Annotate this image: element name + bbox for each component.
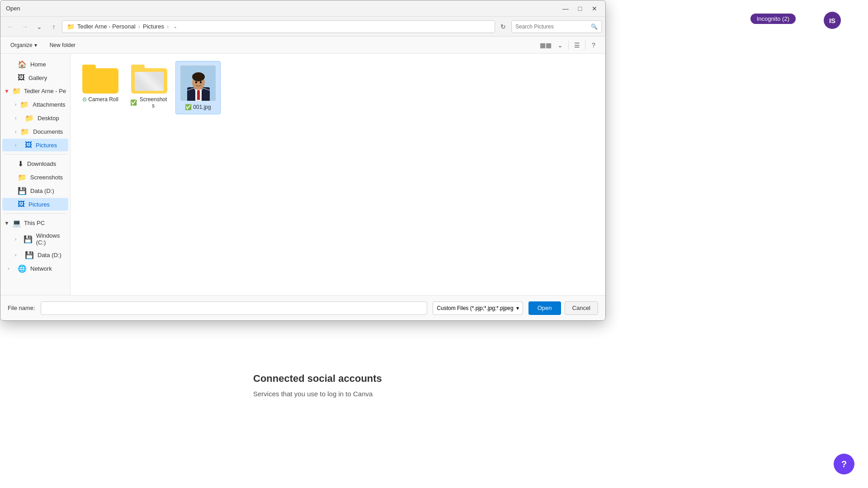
sidebar-divider-2: [4, 213, 66, 214]
sidebar-item-desktop[interactable]: › 📁 Desktop: [2, 112, 68, 125]
cancel-button[interactable]: Cancel: [565, 301, 598, 315]
dialog-title: Open: [6, 5, 560, 12]
sidebar-item-documents[interactable]: › 📁 Documents: [2, 125, 68, 138]
expand-arrow-documents: ›: [15, 129, 17, 134]
help-button[interactable]: ?: [834, 454, 854, 474]
sidebar-item-gallery[interactable]: 🖼 Gallery: [2, 71, 68, 84]
pictures-icon: 🖼: [25, 141, 32, 149]
organize-label: Organize: [10, 42, 33, 48]
expand-arrow-network: ›: [8, 266, 14, 271]
sidebar-divider-1: [4, 154, 66, 155]
details-pane-button[interactable]: ☰: [571, 39, 583, 52]
file-area: ⊙ Camera Roll ✅: [71, 54, 605, 295]
navigation-bar: ← → ⌄ ↑ 📁 Tedler Arne - Personal › Pictu…: [0, 17, 605, 37]
screenshots-sync-icon: ✅: [130, 99, 137, 106]
forward-button[interactable]: →: [19, 20, 31, 33]
breadcrumb-part-2: Pictures: [143, 23, 164, 30]
documents-icon: 📁: [20, 127, 29, 136]
sidebar-item-downloads[interactable]: ⬇ Downloads: [2, 157, 68, 170]
sidebar-label-windows-c: Windows (C:): [36, 232, 63, 246]
address-chevron-icon: ⌄: [173, 23, 177, 29]
camera-roll-folder-icon: [82, 65, 118, 94]
expand-arrow-attachments: ›: [15, 102, 16, 107]
sidebar-item-data-d[interactable]: 💾 Data (D:): [2, 184, 68, 197]
recent-locations-button[interactable]: ⌄: [33, 20, 46, 33]
connected-social-title: Connected social accounts: [253, 373, 615, 385]
help-toolbar-button[interactable]: ?: [587, 39, 600, 52]
file-name-input[interactable]: [41, 301, 428, 315]
up-button[interactable]: ↑: [47, 20, 60, 33]
001jpg-name: 001.jpg: [193, 104, 211, 110]
close-button[interactable]: ✕: [589, 3, 600, 14]
sidebar-item-network[interactable]: › 🌐 Network: [2, 262, 68, 275]
sidebar-label-pictures: Pictures: [36, 142, 57, 149]
refresh-button[interactable]: ↻: [497, 20, 509, 33]
gallery-icon: 🖼: [18, 74, 25, 82]
collapse-icon: ▼: [4, 88, 9, 94]
bottom-bar: File name: Custom Files (*.pjp;*.jpg;*.p…: [0, 295, 605, 320]
file-type-label: Custom Files (*.pjp;*.jpg;*.pjpeg: [437, 305, 513, 311]
organize-button[interactable]: Organize ▾: [6, 40, 42, 50]
data-d-icon: 💾: [18, 187, 27, 195]
sidebar-label-data-d: Data (D:): [30, 188, 54, 194]
sidebar-item-data-d2[interactable]: › 💾 Data (D:): [2, 249, 68, 262]
search-icon: 🔍: [591, 23, 598, 30]
001jpg-sync-icon: ✅: [185, 104, 192, 110]
desktop-icon: 📁: [25, 114, 34, 122]
minimize-button[interactable]: —: [560, 3, 571, 14]
dialog-overlay: Open — □ ✕ ← → ⌄ ↑ 📁 Tedler Arne - Perso…: [0, 0, 606, 321]
toolbar-separator: [568, 41, 569, 50]
svg-rect-3: [197, 89, 200, 100]
sidebar-label-attachments: Attachments: [33, 101, 65, 108]
sidebar-item-this-pc[interactable]: ▼ 💻 This PC: [0, 216, 70, 230]
back-button[interactable]: ←: [4, 20, 17, 33]
sidebar-item-screenshots[interactable]: 📁 Screenshots: [2, 171, 68, 184]
sidebar-label-desktop: Desktop: [38, 115, 59, 122]
file-type-arrow-icon: ▾: [516, 305, 519, 311]
file-item-screenshots[interactable]: ✅ Screenshots: [127, 61, 172, 114]
maximize-button[interactable]: □: [575, 3, 585, 14]
collapse-thispc-icon: ▼: [4, 220, 9, 226]
file-item-camera-roll[interactable]: ⊙ Camera Roll: [78, 61, 123, 114]
file-item-001jpg[interactable]: ✅ 001.jpg: [175, 61, 221, 114]
home-icon: 🏠: [18, 60, 27, 69]
breadcrumb-sep-2: ›: [167, 23, 169, 30]
address-folder-icon: 📁: [67, 23, 75, 30]
sidebar-label-downloads: Downloads: [27, 160, 56, 167]
sidebar-item-pictures-2[interactable]: 🖼 Pictures: [2, 198, 68, 211]
sidebar-item-attachments[interactable]: › 📁 Attachments: [2, 98, 68, 111]
thumb-inner: [135, 72, 164, 91]
medium-icons-button[interactable]: ▦▦: [539, 39, 552, 52]
new-folder-button[interactable]: New folder: [45, 40, 80, 50]
view-down-button[interactable]: ⌄: [554, 39, 566, 52]
screenshots-name: Screenshots: [138, 96, 168, 109]
svg-point-6: [195, 81, 197, 84]
new-folder-label: New folder: [50, 42, 75, 48]
svg-point-5: [192, 72, 205, 81]
open-button[interactable]: Open: [528, 301, 561, 315]
sidebar-item-windows-c[interactable]: › 💾 Windows (C:): [2, 230, 68, 248]
attachments-icon: 📁: [20, 100, 29, 109]
expand-arrow-data2: ›: [15, 253, 21, 258]
search-input[interactable]: [515, 23, 588, 30]
sidebar-item-pictures[interactable]: › 🖼 Pictures: [2, 139, 68, 151]
sidebar-item-tedler-arne[interactable]: ▼ 📁 Tedler Arne - Pe: [0, 84, 70, 98]
open-dialog: Open — □ ✕ ← → ⌄ ↑ 📁 Tedler Arne - Perso…: [0, 0, 606, 321]
pictures-2-icon: 🖼: [18, 200, 25, 208]
file-name-label: File name:: [8, 305, 35, 311]
camera-roll-sync-icon: ⊙: [82, 96, 87, 103]
breadcrumb-sep-1: ›: [138, 23, 140, 30]
expand-arrow-desktop: ›: [15, 116, 21, 121]
sidebar-label-this-pc: This PC: [24, 220, 45, 226]
title-bar: Open — □ ✕: [0, 0, 605, 17]
sidebar-label-data-d2: Data (D:): [38, 252, 61, 258]
file-type-select[interactable]: Custom Files (*.pjp;*.jpg;*.pjpeg ▾: [433, 301, 523, 315]
sidebar-label-documents: Documents: [33, 128, 63, 135]
expand-arrow-pictures: ›: [15, 143, 21, 148]
sidebar-item-home[interactable]: 🏠 Home: [2, 58, 68, 71]
sidebar-label-home: Home: [30, 61, 46, 68]
this-pc-icon: 💻: [12, 219, 21, 227]
screenshots-folder-label: ✅ Screenshots: [130, 96, 168, 109]
breadcrumb-part-1: Tedler Arne - Personal: [77, 23, 136, 30]
address-bar[interactable]: 📁 Tedler Arne - Personal › Pictures › ⌄: [62, 20, 495, 33]
